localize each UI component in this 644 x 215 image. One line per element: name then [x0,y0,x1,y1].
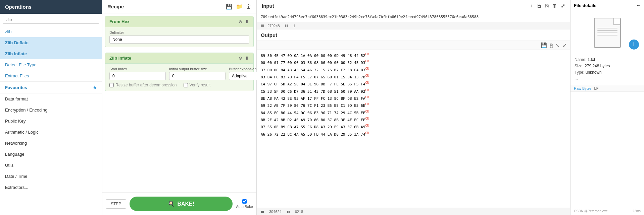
recipe-save-button[interactable]: 💾 [226,3,233,10]
from-hex-delimiter-input[interactable] [109,35,249,44]
from-hex-delimiter-group: Delimiter [109,30,249,44]
op-card-zlib-inflate-controls: ⊘ ⏸ [239,56,249,61]
op-card-from-hex: From Hex ⊘ ⏸ Delimiter [105,16,254,47]
auto-bake-checkbox[interactable] [242,199,247,204]
op-card-zlib-inflate-disable[interactable]: ⊘ [239,56,242,61]
auto-bake-group: Auto Bake [236,199,253,209]
input-copy-button[interactable]: ⎘ [545,3,549,9]
output-controls: 💾 ⎘ ⤡ ⤢ [257,41,570,50]
zlib-inflate-buffer-group: Initial output buffer size [169,67,226,80]
file-doc-line-2 [597,30,617,31]
file-type-row: Type: unknown [575,70,640,75]
op-card-zlib-inflate: Zlib Inflate ⊘ ⏸ Start index Initial out… [105,53,254,91]
file-name-label: Name: [575,57,586,62]
recipe-footer: STEP 🍳 BAKE! Auto Bake [102,192,256,215]
sidebar-item-zlib-deflate[interactable]: Zlib Deflate [0,37,102,48]
file-icon-area: i [571,11,644,55]
sidebar-item-extract-files[interactable]: Extract Files [0,70,102,81]
input-file-button[interactable]: 🗎 [537,3,542,9]
zlib-inflate-verify-checkbox-label[interactable]: Verify result [184,83,211,87]
sidebar-item-arithmetic-logic[interactable]: Arithmetic / Logic [0,127,102,138]
star-icon: ★ [93,85,97,90]
bake-icon: 🍳 [168,201,175,207]
sidebar-item-encryption-encoding[interactable]: Encryption / Encoding [0,104,102,116]
bake-label: BAKE! [177,201,194,207]
statusbar-time: 22ms [633,209,641,213]
output-chars-value: 304624 [269,210,282,214]
sidebar-item-public-key[interactable]: Public Key [0,116,102,127]
recipe-title: Recipe [107,4,124,9]
hex-row: 69 22 AB 7F 39 86 76 7C F1 23 B5 E5 C1 9… [261,102,566,109]
file-details-collapse[interactable]: ← [636,3,641,8]
file-doc-icon [594,18,621,48]
sidebar-item-utils[interactable]: Utils [0,160,102,171]
op-card-from-hex-header: From Hex ⊘ ⏸ [105,16,253,27]
sidebar-item-networking[interactable]: Networking [0,138,102,149]
input-header-icons: + 🗎 ⎘ 🗑 ⤢ [530,3,565,9]
op-card-from-hex-pause[interactable]: ⏸ [245,19,249,24]
input-add-button[interactable]: + [530,3,533,9]
zlib-inflate-resize-checkbox[interactable] [109,83,114,87]
op-card-from-hex-disable[interactable]: ⊘ [239,19,242,24]
hex-row: 83 B4 F6 83 7D F4 F5 E7 07 65 6B 01 15 0… [261,73,566,80]
input-chars-label: ☰ [261,23,264,28]
sidebar-item-detect-file[interactable]: Detect File Type [0,59,102,70]
input-value: 789cedfd49ae2d4793ec7bf6038839ec21b0383c… [261,15,479,19]
statusbar-watermark: CSDN @Peterpan.exe [574,209,608,213]
hex-row: A6 26 72 22 8C 4A A5 5D FB 44 EA D0 29 8… [261,131,566,138]
hex-row: 89 50 4E 47 0D 0A 1A 0A 00 00 00 0D 49 4… [261,52,566,59]
sidebar-item-date-time[interactable]: Date / Time [0,171,102,182]
file-doc-line-1 [597,28,617,28]
hex-row: BE A8 FA 42 8E 93 AF 17 FF FC 13 8C 8F D… [261,95,566,102]
step-button[interactable]: STEP [106,199,126,209]
zlib-inflate-buffer-label: Initial output buffer size [169,67,226,71]
file-name-value: 1.txt [588,57,595,62]
bake-button[interactable]: 🍳 BAKE! [130,197,233,211]
file-details-info: Name: 1.txt Size: 279,248 bytes Type: un… [571,55,644,85]
raw-bytes-bar: Raw Bytes LF [571,85,644,92]
file-size-value: 279,248 bytes [585,64,610,68]
search-box [0,14,102,26]
output-chars-icon: ☰ [261,209,264,214]
input-trash-button[interactable]: 🗑 [552,3,557,9]
zlib-inflate-row1: Start index Initial output buffer size B… [109,67,249,80]
zlib-inflate-resize-checkbox-label[interactable]: Resize buffer after decompression [109,83,177,87]
zlib-inflate-start-index-label: Start index [109,67,166,71]
output-expand-button[interactable]: ⤢ [562,42,567,48]
recipe-header-icons: 💾 📁 🗑 [226,3,251,10]
output-body[interactable]: 89 50 4E 47 0D 0A 1A 0A 00 00 00 0D 49 4… [257,50,570,208]
zlib-inflate-buffer-input[interactable] [169,72,226,80]
output-shrink-button[interactable]: ⤡ [555,42,560,48]
output-copy-button[interactable]: ⎘ [550,43,553,48]
sidebar-item-zlib-inflate[interactable]: Zlib Inflate [0,48,102,59]
search-input[interactable] [3,16,99,24]
output-save-button[interactable]: 💾 [541,42,547,48]
input-title: Input [262,3,274,9]
zlib-inflate-verify-checkbox[interactable] [184,83,188,87]
input-lines-value: 1 [293,24,295,28]
sidebar-item-zlib-search[interactable]: zlib [0,26,102,37]
auto-bake-label: Auto Bake [236,205,253,209]
op-card-zlib-inflate-pause[interactable]: ⏸ [245,56,249,61]
from-hex-delimiter-label: Delimiter [109,30,249,34]
input-expand-button[interactable]: ⤢ [561,3,565,9]
sidebar-item-favourites[interactable]: Favourites ★ [0,82,102,93]
input-lines-icon: ☷ [285,23,288,28]
hex-row: BB 2E A2 8B D2 46 A9 7D 86 B0 37 8B 3F 4… [261,116,566,123]
sidebar-header: Operations [0,0,102,14]
recipe-trash-button[interactable]: 🗑 [246,3,251,10]
statusbar: CSDN @Peterpan.exe 22ms [571,207,644,215]
file-extra-row: ... [575,76,640,81]
file-details-title: File details [574,3,596,8]
output-title: Output [261,32,277,38]
input-area[interactable]: 789cedfd49ae2d4793ec7bf6038839ec21b0383c… [257,12,570,22]
op-card-from-hex-title: From Hex [109,19,130,24]
io-panel: Input + 🗎 ⎘ 🗑 ⤢ 789cedfd49ae2d4793ec7bf6… [257,0,570,215]
hex-row: 37 00 00 84 A3 43 54 46 32 15 75 B2 E2 F… [261,66,566,73]
recipe-folder-button[interactable]: 📁 [236,3,243,10]
sidebar-item-language[interactable]: Language [0,149,102,160]
zlib-inflate-start-index-input[interactable] [109,72,166,80]
sidebar-item-data-format[interactable]: Data format [0,93,102,104]
file-type-value: unknown [586,70,602,75]
sidebar-item-extractors[interactable]: Extractors... [0,182,102,193]
